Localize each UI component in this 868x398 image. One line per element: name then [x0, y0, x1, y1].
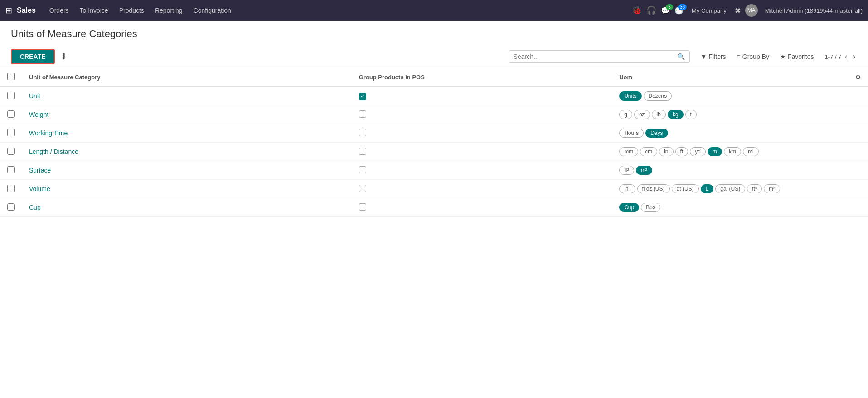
row-checkbox[interactable]: [7, 166, 15, 173]
uom-tag[interactable]: Box: [641, 203, 660, 212]
row-checkbox[interactable]: [7, 110, 15, 118]
uom-tag[interactable]: ft²: [619, 166, 634, 175]
uom-tag[interactable]: Dozens: [644, 91, 672, 101]
avatar[interactable]: MA: [745, 4, 758, 17]
search-bar: 🔍: [509, 50, 690, 63]
nav-to-invoice[interactable]: To Invoice: [75, 5, 113, 16]
uom-tag[interactable]: Hours: [619, 129, 644, 138]
favorites-button[interactable]: ★ Favorites: [776, 51, 818, 62]
page-header: Units of Measure Categories: [0, 21, 868, 40]
uom-tag[interactable]: Units: [619, 91, 641, 101]
uom-tag[interactable]: oz: [634, 110, 650, 119]
row-group-pos: [352, 180, 612, 198]
uom-tag[interactable]: t: [685, 110, 697, 119]
table-row: Working TimeHoursDays: [0, 124, 868, 143]
uom-tag[interactable]: m: [708, 147, 722, 156]
create-button[interactable]: CREATE: [11, 49, 55, 64]
row-checkbox[interactable]: [7, 92, 15, 99]
row-category[interactable]: Weight: [22, 105, 352, 124]
row-category[interactable]: Working Time: [22, 124, 352, 143]
uom-tag[interactable]: cm: [640, 147, 657, 156]
uom-tag[interactable]: Cup: [619, 203, 639, 212]
nav-orders[interactable]: Orders: [45, 5, 73, 16]
next-page-button[interactable]: ›: [851, 52, 857, 62]
uom-tag[interactable]: m²: [636, 166, 652, 175]
row-uom: HoursDays: [612, 124, 848, 143]
row-category[interactable]: Unit: [22, 86, 352, 105]
tag-wrap: UnitsDozens: [619, 91, 841, 101]
uom-tag[interactable]: lb: [652, 110, 666, 119]
nav-reporting[interactable]: Reporting: [150, 5, 187, 16]
uom-tag[interactable]: in³: [619, 184, 635, 193]
row-checkbox-cell: [0, 198, 22, 217]
row-checkbox[interactable]: [7, 203, 15, 211]
row-checkbox[interactable]: [7, 185, 15, 192]
table-row: CupCupBox: [0, 198, 868, 217]
wrench-icon[interactable]: ✖: [735, 6, 741, 15]
page-title: Units of Measure Categories: [11, 28, 857, 40]
th-category: Unit of Measure Category: [22, 68, 352, 86]
uom-tag[interactable]: L: [701, 184, 714, 193]
uom-tag[interactable]: ft: [675, 147, 689, 156]
search-input[interactable]: [514, 53, 677, 60]
row-settings: [848, 143, 868, 161]
pagination-text: 1-7 / 7: [824, 53, 841, 60]
uom-tag[interactable]: yd: [690, 147, 706, 156]
uom-tag[interactable]: mm: [619, 147, 638, 156]
search-icon: 🔍: [677, 53, 685, 60]
app-name[interactable]: Sales: [17, 6, 36, 14]
group-pos-unchecked[interactable]: [359, 110, 366, 118]
th-settings[interactable]: ⚙: [848, 68, 868, 86]
filters-button[interactable]: ▼ Filters: [697, 51, 730, 62]
chat-badge: 5: [666, 4, 673, 10]
row-group-pos: [352, 124, 612, 143]
table-row: Length / Distancemmcminftydmkmmi: [0, 143, 868, 161]
bug-icon[interactable]: 🐞: [632, 5, 642, 15]
uom-tag[interactable]: km: [724, 147, 741, 156]
row-checkbox-cell: [0, 143, 22, 161]
group-pos-unchecked[interactable]: [359, 166, 366, 173]
column-settings-icon[interactable]: ⚙: [855, 74, 861, 81]
groupby-label: Group By: [742, 53, 769, 60]
chat-icon[interactable]: 💬 5: [661, 6, 670, 15]
th-select-all[interactable]: [0, 68, 22, 86]
uom-tag[interactable]: mi: [743, 147, 759, 156]
row-category[interactable]: Length / Distance: [22, 143, 352, 161]
uom-tag[interactable]: ft³: [747, 184, 762, 193]
clock-icon[interactable]: 🕐 33: [674, 6, 684, 15]
th-group-pos: Group Products in POS: [352, 68, 612, 86]
row-checkbox[interactable]: [7, 129, 15, 136]
uom-tag[interactable]: Days: [645, 129, 668, 138]
uom-tag[interactable]: qt (US): [672, 184, 699, 193]
uom-tag[interactable]: g: [619, 110, 632, 119]
group-pos-unchecked[interactable]: [359, 148, 366, 155]
row-checkbox[interactable]: [7, 148, 15, 155]
download-icon[interactable]: ⬇: [60, 52, 67, 62]
uom-tag[interactable]: fl oz (US): [637, 184, 670, 193]
group-pos-unchecked[interactable]: [359, 203, 366, 211]
group-pos-checked[interactable]: ✓: [359, 93, 366, 100]
row-category[interactable]: Volume: [22, 180, 352, 198]
uom-tag[interactable]: gal (US): [715, 184, 745, 193]
uom-tag[interactable]: in: [659, 147, 673, 156]
row-category[interactable]: Cup: [22, 198, 352, 217]
company-name[interactable]: My Company: [692, 7, 727, 14]
nav-configuration[interactable]: Configuration: [189, 5, 236, 16]
row-category[interactable]: Surface: [22, 161, 352, 180]
select-all-checkbox[interactable]: [7, 73, 15, 80]
filter-label: Filters: [708, 53, 726, 60]
table-row: Weightgozlbkgt: [0, 105, 868, 124]
uom-tag[interactable]: kg: [668, 110, 684, 119]
nav-products[interactable]: Products: [115, 5, 149, 16]
table-row: Volumein³fl oz (US)qt (US)Lgal (US)ft³m³: [0, 180, 868, 198]
row-checkbox-cell: [0, 86, 22, 105]
headset-icon[interactable]: 🎧: [646, 5, 656, 15]
row-checkbox-cell: [0, 105, 22, 124]
groupby-button[interactable]: ≡ Group By: [733, 51, 773, 62]
grid-icon[interactable]: ⊞: [5, 5, 12, 15]
group-pos-unchecked[interactable]: [359, 129, 366, 136]
group-pos-unchecked[interactable]: [359, 185, 366, 192]
table-row: Unit✓UnitsDozens: [0, 86, 868, 105]
prev-page-button[interactable]: ‹: [843, 52, 849, 62]
uom-tag[interactable]: m³: [764, 184, 780, 193]
